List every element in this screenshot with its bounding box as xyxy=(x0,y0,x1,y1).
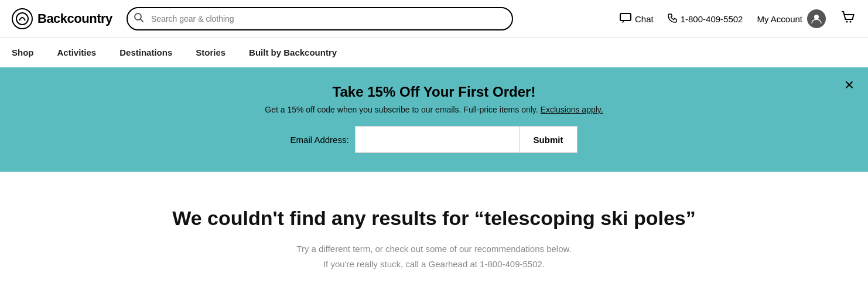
promo-subtitle-text: Get a 15% off code when you subscribe to… xyxy=(265,105,538,114)
logo[interactable]: Backcountry xyxy=(12,8,117,29)
promo-close-button[interactable]: × xyxy=(845,77,854,93)
logo-icon xyxy=(12,8,33,29)
svg-point-4 xyxy=(814,15,819,19)
phone-icon xyxy=(668,13,677,25)
promo-title: Take 15% Off Your First Order! xyxy=(12,84,856,100)
avatar xyxy=(807,9,826,28)
nav-item-destinations[interactable]: Destinations xyxy=(119,39,172,66)
search-icon xyxy=(134,12,144,25)
search-input[interactable] xyxy=(127,7,513,30)
phone-number: 1-800-409-5502 xyxy=(668,13,743,25)
account-label: My Account xyxy=(757,14,802,24)
no-results-subtitle: Try a different term, or check out some … xyxy=(12,241,856,271)
svg-rect-3 xyxy=(620,13,631,21)
nav-item-built-by-backcountry[interactable]: Built by Backcountry xyxy=(249,39,337,66)
promo-banner: × Take 15% Off Your First Order! Get a 1… xyxy=(0,67,868,172)
no-results-line2: If you're really stuck, call a Gearhead … xyxy=(12,257,856,272)
account-button[interactable]: My Account xyxy=(757,9,826,28)
phone-label: 1-800-409-5502 xyxy=(681,14,743,24)
nav-bar: Shop Activities Destinations Stories Bui… xyxy=(0,38,868,67)
chat-icon xyxy=(620,13,631,25)
search-bar xyxy=(127,7,513,30)
no-results-line1: Try a different term, or check out some … xyxy=(12,241,856,257)
chat-label: Chat xyxy=(635,14,654,24)
svg-line-2 xyxy=(141,19,143,22)
svg-point-0 xyxy=(16,13,28,25)
nav-item-shop[interactable]: Shop xyxy=(12,39,34,66)
logo-text: Backcountry xyxy=(37,11,112,26)
nav-item-activities[interactable]: Activities xyxy=(57,39,97,66)
no-results-line2-text: If you're really stuck, call a Gearhead … xyxy=(323,259,545,269)
promo-subtitle: Get a 15% off code when you subscribe to… xyxy=(12,105,856,114)
no-results-title: We couldn't find any results for “telesc… xyxy=(12,207,856,230)
chat-button[interactable]: Chat xyxy=(620,13,654,25)
nav-item-stories[interactable]: Stories xyxy=(196,39,225,66)
exclusions-link[interactable]: Exclusions apply. xyxy=(541,105,603,114)
svg-point-6 xyxy=(850,21,852,23)
header-right: Chat 1-800-409-5502 My Account xyxy=(620,9,856,28)
email-label: Email Address: xyxy=(291,135,349,145)
svg-point-5 xyxy=(846,21,848,23)
no-results-section: We couldn't find any results for “telesc… xyxy=(0,172,868,293)
cart-button[interactable] xyxy=(840,9,856,28)
promo-form: Email Address: Submit xyxy=(12,126,856,153)
email-input[interactable] xyxy=(355,126,519,153)
submit-button[interactable]: Submit xyxy=(519,126,578,153)
